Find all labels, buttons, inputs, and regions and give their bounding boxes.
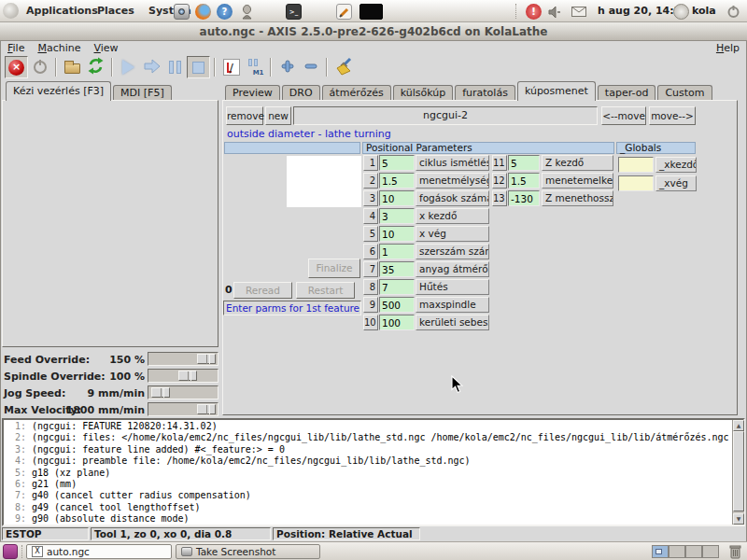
clear-plot-button[interactable] <box>331 56 359 78</box>
param-number[interactable]: 5 <box>363 226 378 242</box>
estop-button[interactable]: × <box>5 56 28 78</box>
move-right-button[interactable]: move--> <box>649 106 696 125</box>
log-area[interactable]: 1:(ngcgui: FEATURE 120820:14.31.02) 2:(n… <box>2 418 745 526</box>
workspace-3[interactable] <box>685 545 702 558</box>
param-number[interactable]: 1 <box>363 155 378 171</box>
param-label[interactable]: menetmélység <box>416 173 489 189</box>
param-label[interactable]: x vég <box>416 226 489 242</box>
param-entry[interactable] <box>508 155 540 171</box>
tab-taper-od[interactable]: taper-od <box>598 85 656 101</box>
param-number[interactable]: 6 <box>363 244 378 259</box>
tab-kulsokup[interactable]: külsőkúp <box>393 85 454 101</box>
stop-button[interactable] <box>187 56 210 78</box>
tab-mdi[interactable]: MDI [F5] <box>113 85 172 101</box>
task-auto-ngc[interactable]: X auto.ngc <box>26 544 172 559</box>
param-number[interactable]: 10 <box>363 315 378 330</box>
param-entry[interactable] <box>379 279 415 295</box>
mascot-icon[interactable] <box>239 4 255 20</box>
show-desktop-icon[interactable] <box>3 544 18 559</box>
pause-button[interactable] <box>163 56 187 78</box>
user-icon[interactable] <box>673 4 689 20</box>
mail-icon[interactable] <box>571 4 586 20</box>
scroll-down-icon[interactable]: ▼ <box>733 513 744 525</box>
param-number[interactable]: 11 <box>492 155 507 171</box>
param-entry[interactable] <box>379 297 415 313</box>
param-label[interactable]: Z menethossz <box>542 190 613 206</box>
menu-file[interactable]: File <box>1 41 31 55</box>
feed-override-slider[interactable] <box>148 352 218 366</box>
text-editor-icon[interactable] <box>336 4 352 20</box>
param-entry[interactable] <box>379 226 415 242</box>
tab-manual-control[interactable]: Kézi vezérlés [F3] <box>6 81 111 101</box>
move-left-button[interactable]: <--move <box>601 106 646 125</box>
param-label[interactable]: Hűtés <box>416 279 489 295</box>
update-alert-icon[interactable]: ! <box>526 4 542 20</box>
zoom-in-button[interactable] <box>275 56 299 78</box>
scroll-up-icon[interactable]: ▲ <box>733 420 744 431</box>
param-label[interactable]: x kezdő <box>416 208 489 224</box>
open-file-button[interactable] <box>61 56 84 78</box>
param-label[interactable]: Z kezdő <box>542 155 613 171</box>
tab-dro[interactable]: DRO <box>282 85 320 101</box>
tab-custom[interactable]: Custom <box>657 85 712 101</box>
task-take-screenshot[interactable]: Take Screenshot <box>176 544 320 559</box>
workspace-4[interactable] <box>702 545 719 558</box>
scrollbar-thumb[interactable] <box>733 431 744 511</box>
param-label[interactable]: anyag átmérő <box>416 261 489 277</box>
help-icon[interactable]: ? <box>217 4 233 20</box>
reload-file-button[interactable] <box>84 56 107 78</box>
param-entry[interactable] <box>508 173 540 189</box>
param-entry[interactable] <box>379 208 415 224</box>
trash-icon[interactable] <box>728 544 742 560</box>
tab-atmerozes[interactable]: átmérőzés <box>322 85 391 101</box>
param-number[interactable]: 2 <box>363 173 378 189</box>
param-entry[interactable] <box>379 155 415 171</box>
param-label[interactable]: szerszám száma <box>416 244 489 259</box>
firefox-icon[interactable] <box>195 4 211 20</box>
param-label[interactable]: menetemelkedés <box>542 173 613 189</box>
log-scrollbar[interactable]: ▲ ▼ <box>732 420 744 525</box>
menu-applications[interactable]: Applications <box>22 0 102 21</box>
terminal-window-icon[interactable] <box>359 4 383 20</box>
param-label[interactable]: maxspindle <box>416 297 489 313</box>
tab-furatolas[interactable]: furatolás <box>455 85 515 101</box>
global-label[interactable]: _xvég <box>655 175 697 191</box>
param-entry[interactable] <box>508 190 540 206</box>
optional-pause-button[interactable]: M1 <box>243 56 266 78</box>
distro-logo-icon[interactable] <box>3 3 19 19</box>
param-number[interactable]: 9 <box>363 297 378 313</box>
menu-machine[interactable]: Machine <box>31 41 87 55</box>
spindle-override-slider[interactable] <box>148 369 218 383</box>
param-label[interactable]: ciklus ismétlés <box>416 155 489 171</box>
menu-help[interactable]: Help <box>710 41 746 55</box>
workspace-2[interactable] <box>669 545 685 558</box>
zoom-out-button[interactable] <box>299 56 322 78</box>
param-entry[interactable] <box>379 244 415 259</box>
reread-button[interactable]: Reread <box>233 282 292 299</box>
jog-speed-slider[interactable] <box>148 385 218 399</box>
machine-power-button[interactable] <box>28 56 51 78</box>
run-button[interactable] <box>117 56 140 78</box>
menu-view[interactable]: View <box>87 41 124 55</box>
param-number[interactable]: 8 <box>363 279 378 295</box>
user-menu[interactable]: kola <box>692 0 716 21</box>
tab-kuposmenet[interactable]: kúposmenet <box>517 81 596 101</box>
window-titlebar[interactable]: X auto.ngc - AXIS 2.5.0-pre2-626-g402b6c… <box>0 22 747 41</box>
step-button[interactable] <box>140 56 163 78</box>
global-label[interactable]: _xkezdő <box>655 157 697 173</box>
screenshot-tool-icon[interactable] <box>174 4 190 20</box>
finalize-button[interactable]: Finalize <box>308 259 360 278</box>
restart-button[interactable]: Restart <box>296 282 355 299</box>
remove-button[interactable]: remove <box>226 106 263 125</box>
param-number[interactable]: 7 <box>363 261 378 277</box>
param-entry[interactable] <box>379 190 415 206</box>
power-icon[interactable] <box>726 4 741 20</box>
param-label[interactable]: kerületi sebesség <box>416 315 489 330</box>
max-velocity-slider[interactable] <box>148 402 218 416</box>
workspace-1[interactable] <box>652 545 669 558</box>
tab-preview[interactable]: Preview <box>225 85 280 101</box>
global-entry[interactable] <box>618 157 654 173</box>
param-label[interactable]: fogások száma <box>416 190 489 206</box>
param-number[interactable]: 12 <box>492 173 507 189</box>
param-number[interactable]: 13 <box>492 190 507 206</box>
